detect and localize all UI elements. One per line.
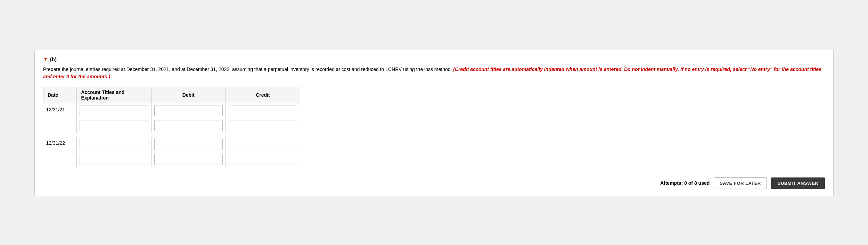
journal-table: Date Account Titles and Explanation Debi… (43, 87, 300, 167)
credit-input-2-2[interactable] (229, 154, 297, 165)
footer-row: Attempts: 0 of 8 used SAVE FOR LATER SUB… (43, 177, 825, 189)
spacer-row (43, 133, 300, 137)
date-cell-2-empty (43, 152, 77, 167)
debit-input-2-2[interactable] (154, 154, 223, 165)
header-account: Account Titles and Explanation (77, 87, 151, 103)
table-row: 12/31/21 (43, 103, 300, 118)
credit-cell-1-1[interactable] (226, 103, 300, 118)
credit-cell-1-2[interactable] (226, 118, 300, 133)
account-cell-1-2[interactable] (77, 118, 151, 133)
main-container: ▼ (b) Prepare the journal entries requir… (34, 49, 834, 196)
account-cell-2-1[interactable] (77, 137, 151, 152)
save-for-later-button[interactable]: SAVE FOR LATER (714, 177, 767, 189)
credit-input-1-2[interactable] (229, 120, 297, 131)
header-date: Date (43, 87, 77, 103)
date-cell-2: 12/31/22 (43, 137, 77, 152)
toggle-arrow-icon[interactable]: ▼ (43, 56, 48, 62)
table-row (43, 152, 300, 167)
account-cell-1-1[interactable] (77, 103, 151, 118)
table-row (43, 118, 300, 133)
account-input-2-1[interactable] (80, 139, 148, 150)
attempts-label: Attempts: 0 of 8 used (660, 180, 710, 186)
table-row: 12/31/22 (43, 137, 300, 152)
debit-input-1-1[interactable] (154, 105, 223, 116)
submit-answer-button[interactable]: SUBMIT ANSWER (771, 177, 825, 189)
debit-cell-1-1[interactable] (151, 103, 226, 118)
instruction-text: Prepare the journal entries required at … (43, 66, 825, 80)
account-input-2-2[interactable] (80, 154, 148, 165)
account-input-1-1[interactable] (80, 105, 148, 116)
credit-cell-2-1[interactable] (226, 137, 300, 152)
section-header: ▼ (b) (43, 56, 825, 62)
date-cell-1: 12/31/21 (43, 103, 77, 118)
debit-cell-2-2[interactable] (151, 152, 226, 167)
debit-cell-1-2[interactable] (151, 118, 226, 133)
credit-cell-2-2[interactable] (226, 152, 300, 167)
header-debit: Debit (151, 87, 226, 103)
header-credit: Credit (226, 87, 300, 103)
debit-input-1-2[interactable] (154, 120, 223, 131)
debit-cell-2-1[interactable] (151, 137, 226, 152)
account-cell-2-2[interactable] (77, 152, 151, 167)
instruction-plain: Prepare the journal entries required at … (43, 66, 452, 72)
debit-input-2-1[interactable] (154, 139, 223, 150)
date-cell-1-empty (43, 118, 77, 133)
credit-input-2-1[interactable] (229, 139, 297, 150)
account-input-1-2[interactable] (80, 120, 148, 131)
part-label: (b) (50, 56, 57, 62)
credit-input-1-1[interactable] (229, 105, 297, 116)
